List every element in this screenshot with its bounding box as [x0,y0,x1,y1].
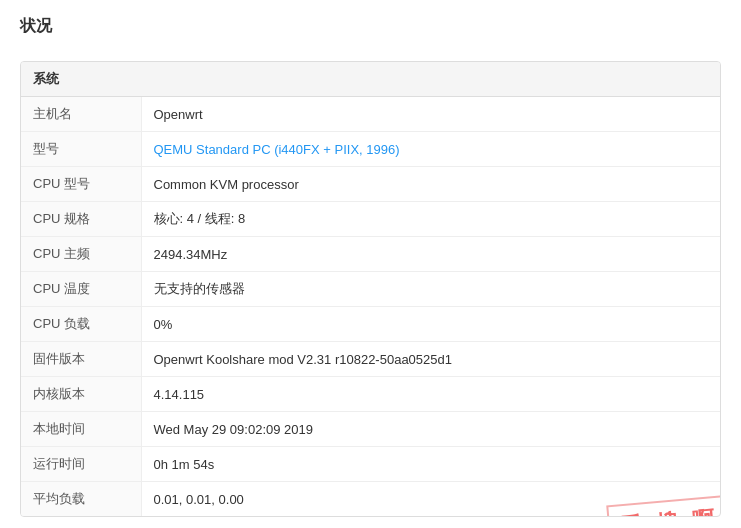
row-key: 运行时间 [21,447,141,482]
table-row: 固件版本Openwrt Koolshare mod V2.31 r10822-5… [21,342,720,377]
row-value: 2494.34MHz [141,237,720,272]
table-row: CPU 负载0% [21,307,720,342]
row-key: CPU 规格 [21,202,141,237]
row-value: 4.14.115 [141,377,720,412]
table-row: CPU 规格核心: 4 / 线程: 8 [21,202,720,237]
row-key: 型号 [21,132,141,167]
row-value: 0.01, 0.01, 0.00爱 搜 啊 [141,482,720,517]
section-title: 系统 [21,62,720,97]
row-key: 内核版本 [21,377,141,412]
table-row: 平均负载0.01, 0.01, 0.00爱 搜 啊 [21,482,720,517]
table-row: 运行时间0h 1m 54s [21,447,720,482]
row-key: 固件版本 [21,342,141,377]
row-key: CPU 型号 [21,167,141,202]
table-row: 内核版本4.14.115 [21,377,720,412]
watermark: 爱 搜 啊 [606,495,721,517]
page-title: 状况 [20,16,721,45]
row-value: Wed May 29 09:02:09 2019 [141,412,720,447]
row-value: Openwrt [141,97,720,132]
row-value: 0h 1m 54s [141,447,720,482]
table-row: CPU 温度无支持的传感器 [21,272,720,307]
row-key: 本地时间 [21,412,141,447]
row-link[interactable]: QEMU Standard PC (i440FX + PIIX, 1996) [154,142,400,157]
row-value: Openwrt Koolshare mod V2.31 r10822-50aa0… [141,342,720,377]
row-value: 0% [141,307,720,342]
row-key: CPU 温度 [21,272,141,307]
table-row: 型号QEMU Standard PC (i440FX + PIIX, 1996) [21,132,720,167]
row-value: QEMU Standard PC (i440FX + PIIX, 1996) [141,132,720,167]
table-row: CPU 型号Common KVM processor [21,167,720,202]
table-row: 本地时间Wed May 29 09:02:09 2019 [21,412,720,447]
system-section: 系统 主机名Openwrt型号QEMU Standard PC (i440FX … [20,61,721,517]
row-key: CPU 负载 [21,307,141,342]
table-row: 主机名Openwrt [21,97,720,132]
row-value: 核心: 4 / 线程: 8 [141,202,720,237]
row-key: 平均负载 [21,482,141,517]
page-container: 状况 系统 主机名Openwrt型号QEMU Standard PC (i440… [0,0,741,528]
row-value: Common KVM processor [141,167,720,202]
table-row: CPU 主频2494.34MHz [21,237,720,272]
row-key: CPU 主频 [21,237,141,272]
info-table: 主机名Openwrt型号QEMU Standard PC (i440FX + P… [21,97,720,516]
row-key: 主机名 [21,97,141,132]
row-value: 无支持的传感器 [141,272,720,307]
